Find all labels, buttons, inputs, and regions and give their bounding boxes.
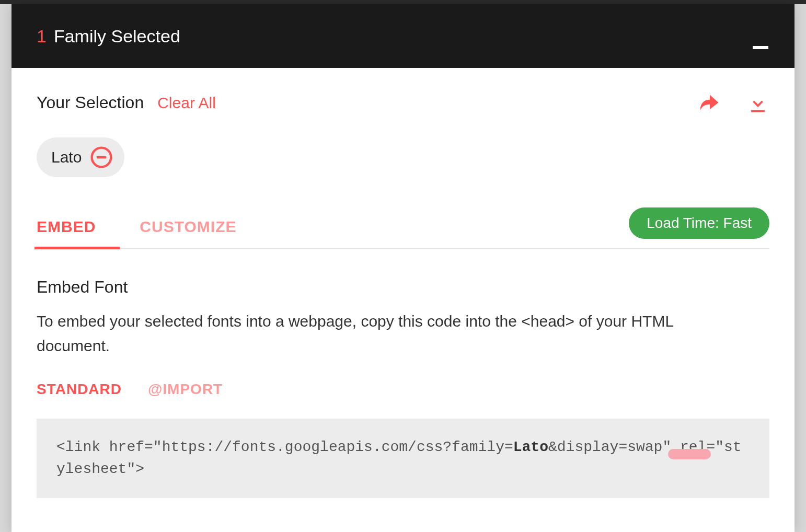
selected-count: 1 xyxy=(37,26,47,47)
share-icon[interactable] xyxy=(698,92,721,115)
subtab-standard[interactable]: STANDARD xyxy=(37,381,122,398)
window-top-strip xyxy=(0,0,806,4)
code-family: Lato xyxy=(513,439,548,455)
load-time-badge: Load Time: Fast xyxy=(629,207,769,239)
selection-actions xyxy=(698,92,769,115)
your-selection-label: Your Selection xyxy=(37,93,144,112)
embed-subtabs: STANDARD @IMPORT xyxy=(37,381,769,398)
code-prefix: <link href="https://fonts.googleapis.com… xyxy=(56,439,513,455)
font-chip: Lato xyxy=(37,137,124,177)
embed-code-block[interactable]: <link href="https://fonts.googleapis.com… xyxy=(37,419,769,498)
font-chip-label: Lato xyxy=(51,148,82,166)
drawer-body: Your Selection Clear All Lato xyxy=(11,68,795,532)
subtab-import[interactable]: @IMPORT xyxy=(148,381,223,398)
minimize-icon[interactable] xyxy=(753,46,768,49)
font-selection-drawer: 1 Family Selected Your Selection Clear A… xyxy=(11,4,795,532)
download-icon[interactable] xyxy=(746,92,769,115)
remove-icon[interactable] xyxy=(90,146,113,169)
embed-font-description: To embed your selected fonts into a webp… xyxy=(37,309,706,358)
drawer-title-text: Family Selected xyxy=(54,26,180,47)
drawer-title: 1 Family Selected xyxy=(37,26,180,47)
highlight-annotation xyxy=(668,449,711,459)
selected-chips: Lato xyxy=(37,137,769,177)
selection-row: Your Selection Clear All xyxy=(37,93,769,112)
clear-all-button[interactable]: Clear All xyxy=(157,94,216,112)
drawer-header: 1 Family Selected xyxy=(11,4,795,68)
tab-customize[interactable]: CUSTOMIZE xyxy=(140,207,236,248)
embed-font-heading: Embed Font xyxy=(37,277,769,297)
tab-embed[interactable]: EMBED xyxy=(37,207,96,248)
tabs-row: EMBED CUSTOMIZE Load Time: Fast xyxy=(37,207,769,249)
